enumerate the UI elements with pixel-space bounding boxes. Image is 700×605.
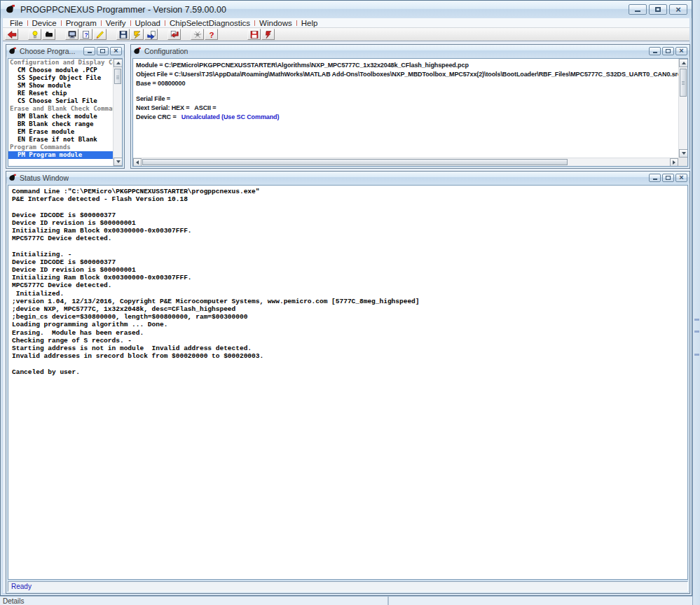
list-item[interactable]: EN Erase if not Blank — [8, 136, 113, 144]
configuration-vertical-scrollbar[interactable] — [678, 59, 687, 158]
scroll-thumb[interactable] — [680, 69, 687, 97]
maximize-icon — [100, 49, 105, 53]
scroll-thumb[interactable] — [114, 69, 121, 84]
edit-script-button[interactable] — [130, 29, 144, 40]
maximize-button[interactable] — [97, 47, 109, 55]
menu-upload[interactable]: Upload — [131, 18, 165, 28]
list-item[interactable]: CS Choose Serial File — [8, 97, 113, 105]
list-item-selected[interactable]: PM Program module — [8, 151, 113, 159]
minimize-icon — [653, 52, 657, 53]
close-button[interactable]: × — [110, 47, 122, 55]
menu-chipselectdiagnostics[interactable]: ChipSelectDiagnostics — [165, 18, 254, 28]
module-line: Module = C:\PEMicro\PKGPPCNEXUSSTARTER\A… — [136, 61, 678, 70]
background-window-right — [692, 0, 700, 605]
close-button[interactable]: × — [669, 4, 687, 15]
main-titlebar[interactable]: PROGPPCNEXUS Programmer - Version 7.59.0… — [1, 1, 692, 18]
close-icon: × — [675, 6, 681, 13]
close-icon: × — [679, 48, 683, 54]
list-item[interactable]: BM Blank check module — [8, 113, 113, 120]
scroll-right-icon — [673, 160, 675, 165]
configuration-content: Module = C:\PEMicro\PKGPPCNEXUSSTARTER\A… — [132, 58, 688, 167]
maximize-icon — [655, 7, 661, 12]
edit-object-button[interactable] — [93, 29, 107, 40]
mdi-area: Choose Progra... × Configuration and Dis… — [3, 41, 689, 593]
scroll-right-button[interactable] — [670, 158, 678, 167]
maximize-button[interactable] — [662, 174, 674, 182]
close-button[interactable]: × — [675, 174, 687, 182]
specify-object-icon: ? — [81, 30, 91, 39]
scroll-left-icon — [136, 160, 139, 165]
menu-verify[interactable]: Verify — [102, 18, 130, 28]
list-header: Program Commands — [8, 144, 113, 151]
background-fragment — [694, 354, 699, 356]
scroll-down-button[interactable] — [679, 149, 688, 158]
menu-separator — [130, 20, 131, 26]
background-divider — [387, 597, 389, 605]
minimize-button[interactable] — [629, 4, 647, 15]
specify-object-button[interactable]: ? — [79, 29, 92, 40]
menu-device[interactable]: Device — [28, 18, 61, 28]
choose-list: Configuration and Display Co CM Choose m… — [8, 58, 123, 167]
configuration-titlebar[interactable]: Configuration × — [131, 45, 689, 57]
toolbar-spacer — [56, 34, 65, 35]
choose-titlebar[interactable]: Choose Progra... × — [6, 45, 124, 57]
load-script-button[interactable] — [144, 29, 158, 40]
list-item[interactable]: BR Blank check range — [8, 120, 113, 128]
menu-file[interactable]: File — [6, 18, 27, 28]
maximize-icon — [666, 176, 671, 180]
pemicro-logo-icon — [5, 4, 16, 15]
show-module-icon — [67, 30, 77, 39]
minimize-button[interactable] — [83, 47, 95, 55]
help-icon: ? — [207, 30, 217, 39]
minimize-icon — [653, 179, 657, 180]
save-config-button[interactable] — [116, 29, 130, 40]
list-item[interactable]: EM Erase module — [8, 128, 113, 136]
scroll-up-button[interactable] — [114, 59, 123, 67]
scroll-left-button[interactable] — [133, 158, 142, 167]
list-item[interactable]: SS Specify Object File — [8, 74, 113, 82]
menu-program[interactable]: Program — [62, 18, 101, 28]
show-module-button[interactable] — [65, 29, 78, 40]
menu-separator — [27, 20, 28, 26]
debug-button[interactable] — [191, 29, 204, 40]
run-log-icon — [263, 30, 273, 39]
menu-windows[interactable]: Windows — [255, 18, 296, 28]
list-item[interactable]: SM Show module — [8, 82, 113, 90]
status-log: Command Line :"C:\PEMicro\PKGPPCNEXUSSTA… — [8, 186, 687, 376]
module-button[interactable] — [42, 29, 55, 40]
save-log-button[interactable] — [247, 29, 261, 40]
next-serial-line: Next Serial: HEX = ASCII = — [136, 104, 678, 113]
device-crc-label: Device CRC = — [136, 113, 181, 120]
status-window: Status Window × Command Line :"C:\PEMicr… — [6, 171, 690, 594]
pemicro-logo-icon — [133, 47, 142, 55]
minimize-button[interactable] — [649, 174, 661, 182]
help-button[interactable]: ? — [205, 29, 218, 40]
scroll-thumb[interactable] — [142, 159, 568, 165]
scroll-down-button[interactable] — [114, 158, 123, 166]
configuration-horizontal-scrollbar[interactable] — [133, 158, 678, 166]
window-title: PROGPPCNEXUS Programmer - Version 7.59.0… — [20, 5, 226, 15]
minimize-button[interactable] — [649, 47, 661, 55]
menubar: File Device Program Verify Upload ChipSe… — [3, 18, 689, 28]
close-button[interactable]: × — [675, 47, 687, 55]
maximize-button[interactable] — [649, 4, 667, 15]
configuration-window-title: Configuration — [144, 47, 188, 55]
run-script-button[interactable] — [167, 29, 181, 40]
spider-icon — [193, 30, 203, 39]
execute-log-button[interactable] — [261, 29, 275, 40]
connect-button[interactable] — [28, 29, 41, 40]
scroll-up-button[interactable] — [679, 59, 688, 67]
list-item[interactable]: CM Choose module .PCP — [8, 67, 113, 74]
close-icon: × — [679, 174, 683, 181]
status-titlebar[interactable]: Status Window × — [6, 172, 689, 183]
exit-button[interactable] — [5, 29, 18, 40]
serial-file-line: Serial File = — [136, 95, 678, 104]
menu-help[interactable]: Help — [297, 18, 322, 28]
list-item[interactable]: RE Reset chip — [8, 90, 113, 97]
choose-vertical-scrollbar[interactable] — [113, 59, 122, 166]
module-icon — [44, 30, 54, 39]
choose-window-title: Choose Progra... — [20, 47, 75, 55]
script-run-icon — [170, 30, 179, 39]
menu-separator — [101, 20, 102, 26]
maximize-button[interactable] — [662, 47, 674, 55]
